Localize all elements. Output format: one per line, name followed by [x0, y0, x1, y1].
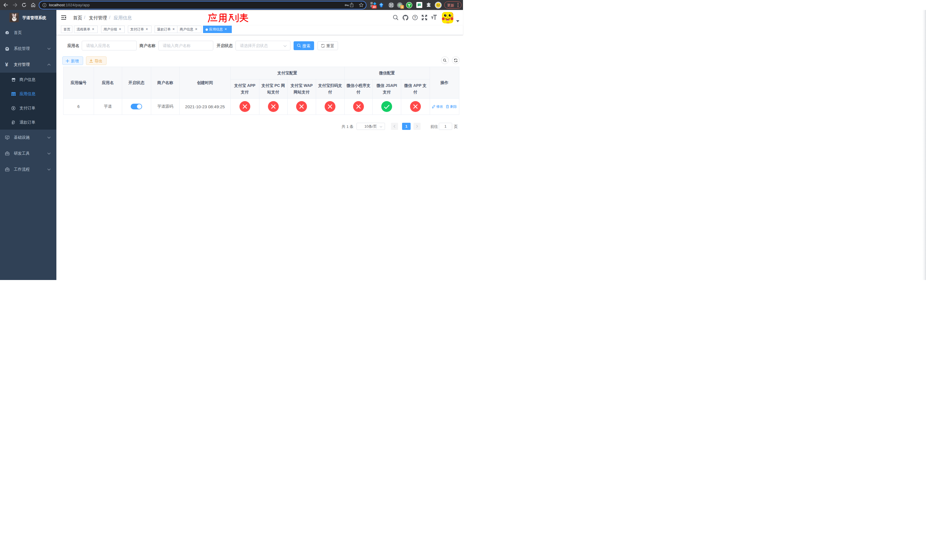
svg-text:?: ? — [414, 16, 416, 20]
svg-text:10: 10 — [372, 5, 376, 9]
svg-text:1: 1 — [401, 5, 403, 9]
